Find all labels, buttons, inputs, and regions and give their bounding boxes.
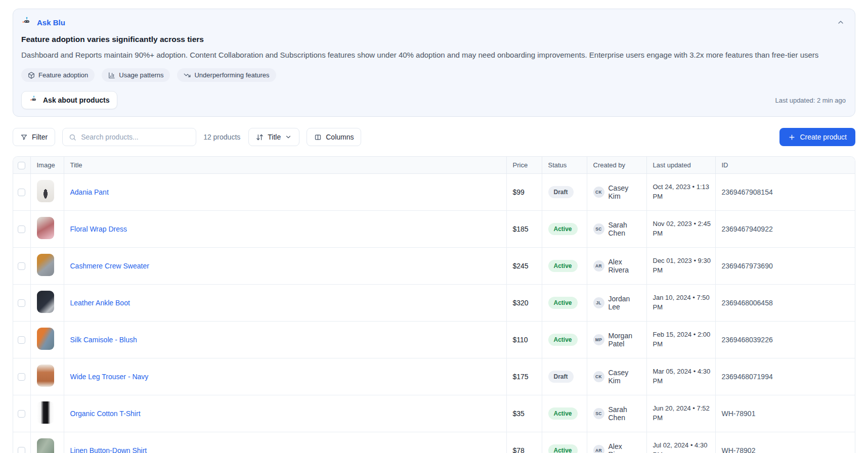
- row-checkbox[interactable]: [18, 262, 25, 270]
- status-badge: Active: [548, 334, 578, 346]
- search-icon: [69, 133, 76, 141]
- table-row: Wide Leg Trouser - Navy $175 Draft CK Ca…: [13, 358, 855, 395]
- creator-name: Alex Rivera: [609, 442, 642, 453]
- column-header-status: Status: [542, 157, 587, 173]
- row-checkbox[interactable]: [18, 373, 25, 381]
- product-thumbnail: [37, 328, 54, 350]
- table-header-row: Image Title Price Status Created by Last…: [13, 157, 855, 173]
- product-id: WH-78902: [715, 432, 855, 453]
- ask-blu-panel: Ask Blu Feature adoption varies signific…: [13, 9, 855, 117]
- sort-label: Title: [268, 133, 281, 141]
- product-title-link[interactable]: Floral Wrap Dress: [70, 225, 127, 233]
- create-product-button[interactable]: Create product: [779, 128, 855, 146]
- search-input[interactable]: [81, 133, 190, 141]
- filter-button[interactable]: Filter: [13, 128, 55, 146]
- creator-name: Sarah Chen: [609, 221, 642, 237]
- chip-label: Underperforming features: [194, 71, 269, 79]
- table-row: Adania Pant $99 Draft CK Casey Kim Oct 2…: [13, 173, 855, 210]
- creator-name: Jordan Lee: [609, 295, 642, 311]
- chip-feature-adoption[interactable]: Feature adoption: [21, 68, 95, 82]
- insight-body: Dashboard and Reports maintain 90%+ adop…: [21, 50, 846, 60]
- last-updated-value: Dec 01, 2023 • 9:30 PM: [646, 247, 715, 284]
- products-table: Image Title Price Status Created by Last…: [13, 156, 855, 453]
- avatar: CK: [593, 187, 604, 198]
- row-checkbox[interactable]: [18, 447, 25, 453]
- ask-blu-title: Ask Blu: [37, 18, 65, 27]
- product-price: $245: [506, 247, 542, 284]
- row-checkbox[interactable]: [18, 189, 25, 196]
- table-row: Linen Button-Down Shirt $78 Active AR Al…: [13, 432, 855, 453]
- product-count: 12 products: [203, 133, 240, 141]
- row-checkbox[interactable]: [18, 410, 25, 418]
- product-title-link[interactable]: Organic Cotton T-Shirt: [70, 410, 141, 418]
- chevron-down-icon: [285, 133, 292, 141]
- product-price: $99: [506, 173, 542, 210]
- filter-label: Filter: [32, 133, 48, 141]
- table-row: Organic Cotton T-Shirt $35 Active SC Sar…: [13, 395, 855, 432]
- last-updated-value: Jan 10, 2024 • 7:50 PM: [646, 284, 715, 321]
- column-header-created-by: Created by: [587, 157, 646, 173]
- table-row: Silk Camisole - Blush $110 Active MP Mor…: [13, 321, 855, 358]
- column-header-id: ID: [715, 157, 855, 173]
- collapse-panel-button[interactable]: [836, 17, 846, 27]
- product-title-link[interactable]: Adania Pant: [70, 188, 109, 196]
- product-title-link[interactable]: Leather Ankle Boot: [70, 299, 130, 307]
- chip-label: Feature adoption: [38, 71, 88, 79]
- status-badge: Active: [548, 407, 578, 420]
- last-updated-text: Last updated: 2 min ago: [775, 97, 846, 104]
- product-thumbnail: [37, 180, 54, 202]
- filter-funnel-icon: [20, 133, 28, 141]
- product-title-link[interactable]: Linen Button-Down Shirt: [70, 446, 147, 453]
- chip-underperforming-features[interactable]: Underperforming features: [177, 68, 276, 82]
- product-title-link[interactable]: Silk Camisole - Blush: [70, 336, 137, 344]
- product-id: 2369467973690: [715, 247, 855, 284]
- avatar: AR: [593, 260, 604, 271]
- creator-name: Alex Rivera: [609, 258, 642, 274]
- products-page: Ask Blu Feature adoption varies signific…: [0, 0, 868, 453]
- product-thumbnail: [37, 291, 54, 313]
- product-title-link[interactable]: Cashmere Crew Sweater: [70, 262, 149, 270]
- row-checkbox[interactable]: [18, 299, 25, 307]
- columns-button[interactable]: Columns: [307, 128, 361, 146]
- last-updated-value: Nov 02, 2023 • 2:45 PM: [646, 210, 715, 247]
- ask-about-products-label: Ask about products: [43, 96, 109, 104]
- column-header-image: Image: [30, 157, 64, 173]
- creator-name: Casey Kim: [609, 369, 642, 385]
- creator-name: Casey Kim: [609, 184, 642, 200]
- row-checkbox[interactable]: [18, 225, 25, 233]
- product-id: 2369468071994: [715, 358, 855, 395]
- creator-name: Sarah Chen: [609, 405, 642, 422]
- product-title-link[interactable]: Wide Leg Trouser - Navy: [70, 373, 149, 381]
- search-box: [62, 128, 196, 146]
- column-header-price: Price: [506, 157, 542, 173]
- product-thumbnail: [37, 365, 54, 387]
- status-badge: Draft: [548, 371, 574, 383]
- product-thumbnail: [37, 438, 54, 453]
- product-price: $35: [506, 395, 542, 432]
- plus-icon: [788, 133, 796, 141]
- product-thumbnail: [37, 401, 54, 424]
- avatar: SC: [593, 223, 604, 235]
- ask-blu-brand: Ask Blu: [21, 17, 65, 28]
- select-all-checkbox[interactable]: [18, 162, 25, 169]
- product-id: 2369467908154: [715, 173, 855, 210]
- product-price: $185: [506, 210, 542, 247]
- ask-about-products-button[interactable]: Ask about products: [21, 91, 117, 109]
- status-badge: Active: [548, 444, 578, 453]
- chip-usage-patterns[interactable]: Usage patterns: [102, 68, 170, 82]
- avatar: SC: [593, 408, 604, 419]
- product-price: $320: [506, 284, 542, 321]
- blu-robot-icon: [29, 96, 38, 105]
- last-updated-value: Mar 05, 2024 • 4:30 PM: [646, 358, 715, 395]
- creator-name: Morgan Patel: [609, 332, 642, 348]
- products-toolbar: Filter 12 products Title Columns Create …: [13, 128, 855, 146]
- product-id: 2369468039226: [715, 321, 855, 358]
- product-id: WH-78901: [715, 395, 855, 432]
- last-updated-value: Jun 20, 2024 • 7:52 PM: [646, 395, 715, 432]
- row-checkbox[interactable]: [18, 336, 25, 344]
- product-price: $110: [506, 321, 542, 358]
- sort-button[interactable]: Title: [248, 128, 299, 146]
- avatar: MP: [593, 334, 604, 345]
- product-thumbnail: [37, 254, 54, 276]
- trending-down-icon: [184, 72, 191, 79]
